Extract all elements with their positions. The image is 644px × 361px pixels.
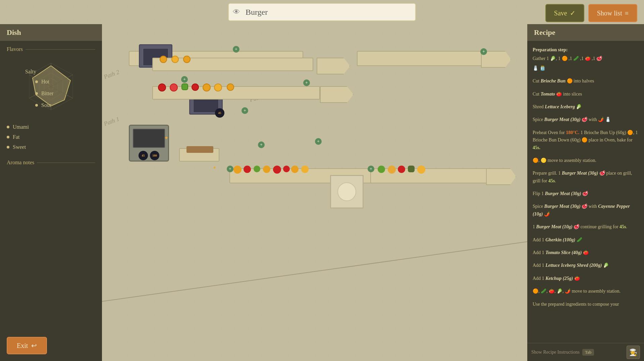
plus-btn-bottom-shelf[interactable]: + <box>227 166 233 172</box>
plus-btn-bottom-right[interactable]: + <box>368 166 374 172</box>
food-b5 <box>273 166 281 174</box>
bottom-instruction-bar: Show Recipe Instructions Tab 👨‍🍳 <box>527 343 644 361</box>
recipe-step-add-ketchup: Add 1 Ketchup (25g) 🍅 <box>533 275 639 282</box>
ingredient-brioche-bun: Brioche Bun <box>541 78 566 83</box>
ingredient-burger-meat-3: Burger Meat (30g) <box>544 204 581 209</box>
exit-label: Exit <box>17 342 28 350</box>
time-45s-bake: 45s. <box>533 145 540 150</box>
save-label: Save <box>554 9 567 17</box>
flavor-hot-dot <box>35 80 38 83</box>
recipe-step-preparation: Preparation step: Gather 1 🥬, 1 🟠 ,1 🥒 ,… <box>533 46 639 72</box>
recipe-step-move-buns: 🟠, 🟡 move to assembly station. <box>533 157 639 164</box>
food-bun-4 <box>203 83 211 92</box>
left-panel: Dish Flavors <box>0 24 102 361</box>
recipe-step-spice-meat2: Spice Burger Meat (30g) 🥩 with Cayenne P… <box>533 203 639 218</box>
left-panel-header: Dish <box>0 24 102 41</box>
flavor-salty: Salty <box>25 67 36 76</box>
food-b8 <box>301 166 309 173</box>
flavor-sweet-label: Sweet <box>13 144 26 150</box>
food-tomato-1 <box>158 83 166 92</box>
flavor-umami-label: Umami <box>13 124 29 130</box>
path-label-2: Path 2 <box>103 69 120 81</box>
plus-btn-2[interactable]: + <box>181 76 188 83</box>
gather-icons: 🧂 🫙 <box>533 65 639 72</box>
plus-btn-assembly-1[interactable]: + <box>480 48 487 55</box>
food-b7 <box>291 166 299 173</box>
temp-180: 180°C. <box>566 130 579 135</box>
recipe-step-preheat-oven: Preheat Oven for 180°C. 1 Brioche Bun Up… <box>533 129 639 152</box>
spark-decoration-2: ✦ <box>213 165 217 171</box>
food-lettuce <box>181 83 188 90</box>
recipe-step-spice-meat: Spice Burger Meat (30g) 🥩 with 🌶️ 🧂 <box>533 116 639 123</box>
dish-name-input[interactable] <box>228 3 416 21</box>
show-recipe-wrapper: Show Recipe Instructions Tab <box>531 349 594 356</box>
recipe-step-prepare-grill: Prepare grill. 1 Burger Meat (30g) 🥩 pla… <box>533 170 639 185</box>
gather-line: Gather 1 🥬, 1 🟠 ,1 🥒 ,1 🍅 ,1 🥩 <box>533 55 639 62</box>
flavor-labels: Salty Hot Bitter Sour <box>7 66 95 119</box>
show-list-button[interactable]: Show list ≡ <box>588 4 637 22</box>
recipe-content[interactable]: Preparation step: Gather 1 🥬, 1 🟠 ,1 🥒 ,… <box>527 41 644 361</box>
preparation-step-label: Preparation step: <box>533 46 639 54</box>
flavor-fat-dot <box>7 136 9 138</box>
plus-btn-4[interactable]: + <box>258 141 265 148</box>
chef-button[interactable]: 👨‍🍳 <box>627 346 640 359</box>
ingredient-burger-meat-1: Burger Meat (30g) <box>544 117 581 122</box>
cutting-board-1 <box>179 148 219 162</box>
show-list-label: Show list <box>597 9 622 17</box>
ingredient-gherkin: Gherkin (100g) <box>545 237 575 242</box>
ingredient-tomato: Tomato <box>541 92 555 97</box>
food-b2 <box>244 166 251 173</box>
recipe-step-add-tomato: Add 1 Tomato Slice (40g) 🍅 <box>533 249 639 256</box>
recipe-step-cut-tomato: Cut Tomato 🍅 into slices <box>533 91 639 98</box>
arrow-bottom-right <box>486 168 516 185</box>
flavor-sour-label: Sour <box>41 102 51 108</box>
flavor-sour-dot <box>35 104 38 107</box>
top-bar: 👁 Save ✓ Show list ≡ <box>0 0 644 24</box>
recipe-step-add-gherkin: Add 1 Gherkin (100g) 🥒 <box>533 236 639 244</box>
path-label-1: Path 1 <box>103 116 120 128</box>
shelf-row-2 <box>152 86 320 100</box>
flavor-bitter-dot <box>35 92 38 95</box>
time-45s-continue: 45s <box>620 224 626 229</box>
grill-timer-2: 45 <box>215 108 224 118</box>
recipe-step-flip-meat: Flip 1 Burger Meat (30g) 🥩 <box>533 190 639 197</box>
right-panel: Recipe Preparation step: Gather 1 🥬, 1 🟠… <box>527 24 644 361</box>
food-bun-5 <box>214 83 222 92</box>
save-checkmark-icon: ✓ <box>570 9 576 17</box>
tab-badge: Tab <box>582 349 594 356</box>
ingredient-tomato-slice: Tomato Slice (40g) <box>545 250 582 255</box>
dish-name-wrapper: 👁 <box>228 3 416 21</box>
food-br2 <box>388 166 396 174</box>
platform-surface <box>337 182 356 201</box>
flavor-sweet: Sweet <box>7 143 95 152</box>
aroma-title: Aroma notes <box>7 160 95 166</box>
plus-btn-1[interactable]: + <box>233 46 239 53</box>
flavor-fat: Fat <box>7 133 95 141</box>
food-bun-3 <box>183 56 191 63</box>
divider-line <box>102 237 527 303</box>
aroma-section: Aroma notes <box>0 157 102 168</box>
recipe-step-add-lettuce: Add 1 Lettuce Iceberg Shred (200g) 🥬 <box>533 262 639 269</box>
plus-btn-3[interactable]: + <box>241 107 248 114</box>
recipe-step-move-assembly: 🟠, 🥒, 🍅, 🥬, 🌶️ move to assembly station. <box>533 288 639 295</box>
flavors-title: Flavors <box>7 46 95 52</box>
exit-button[interactable]: Exit ↩ <box>7 337 47 354</box>
dish-title: Dish <box>7 28 21 37</box>
ingredient-burger-meat-4: Burger Meat (10g) <box>536 224 573 229</box>
food-b1 <box>233 166 241 174</box>
eye-icon: 👁 <box>233 8 240 16</box>
ingredient-burger-meat-flip: Burger Meat (30g) <box>545 191 581 196</box>
oven-timer-2: 180 <box>150 151 159 160</box>
recipe-step-compose: Use the prepared ingredients to compose … <box>533 301 639 308</box>
list-icon: ≡ <box>625 9 629 17</box>
plus-btn-6[interactable]: + <box>315 138 322 145</box>
flavor-fat-label: Fat <box>13 134 19 140</box>
save-button[interactable]: Save ✓ <box>545 4 584 22</box>
assembly-platform <box>330 175 364 208</box>
food-tomato-2 <box>170 83 178 92</box>
recipe-step-cut-brioche: Cut Brioche Bun 🟠 into halves <box>533 77 639 85</box>
plus-btn-5[interactable]: + <box>303 79 310 86</box>
board-surface <box>186 146 213 153</box>
right-panel-header: Recipe <box>527 24 644 41</box>
recipe-step-continue-grill: 1 Burger Meat (10g) 🥩 continue grilling … <box>533 223 639 231</box>
